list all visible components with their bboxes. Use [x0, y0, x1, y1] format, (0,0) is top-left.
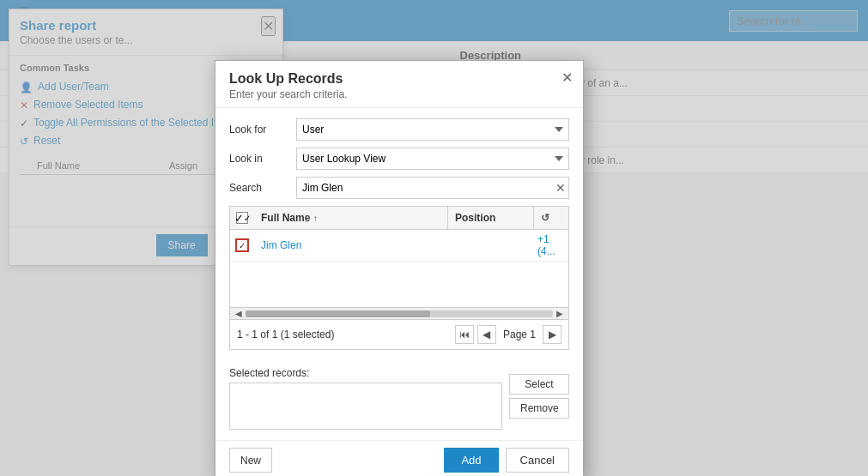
- result-checkbox[interactable]: ✓: [235, 238, 249, 252]
- select-button[interactable]: Select: [509, 374, 569, 395]
- look-for-row: Look for User: [229, 118, 569, 141]
- sort-asc-icon[interactable]: ↑: [313, 214, 318, 223]
- result-row-extra: +1 (4...: [534, 230, 568, 261]
- cancel-button[interactable]: Cancel: [506, 448, 569, 473]
- dialog-title: Look Up Records: [229, 71, 569, 87]
- scroll-thumb[interactable]: [246, 310, 430, 317]
- col-full-name-header: Full Name ↑: [254, 207, 448, 229]
- scroll-right-button[interactable]: ▶: [553, 309, 567, 318]
- add-button[interactable]: Add: [444, 448, 498, 473]
- pagination-controls: ⏮ ◀ Page 1 ▶: [455, 325, 561, 344]
- dialog-subtitle: Enter your search criteria.: [229, 88, 569, 100]
- results-header: ✓ Full Name ↑ Position ↺: [230, 207, 568, 230]
- select-all-results-checkbox[interactable]: ✓: [236, 212, 248, 224]
- look-in-select[interactable]: User Lookup View: [296, 148, 569, 170]
- col-position-header: Position: [448, 207, 534, 229]
- remove-button[interactable]: Remove: [509, 398, 569, 419]
- pagination-bar: 1 - 1 of 1 (1 selected) ⏮ ◀ Page 1 ▶: [230, 319, 568, 349]
- results-scroll-area[interactable]: ✓ Jim Glen +1 (4...: [230, 230, 568, 307]
- clear-search-button[interactable]: ✕: [555, 181, 566, 195]
- new-button[interactable]: New: [229, 448, 272, 473]
- horizontal-scrollbar[interactable]: ◀ ▶: [230, 307, 568, 319]
- look-in-row: Look in User Lookup View: [229, 148, 569, 170]
- selected-records-box: [229, 383, 502, 430]
- result-row-position: [448, 242, 534, 249]
- page-label: Page 1: [500, 328, 539, 340]
- selected-area: Selected records: Select Remove: [229, 359, 569, 430]
- result-row-check: ✓: [230, 235, 254, 256]
- dialog-close-button[interactable]: ✕: [561, 69, 573, 86]
- refresh-icon-cell: ↺: [534, 207, 568, 229]
- dialog-body: Look for User Look in User Lookup View S…: [215, 108, 583, 440]
- scroll-left-button[interactable]: ◀: [232, 309, 246, 318]
- search-input-wrap: ✕: [296, 177, 569, 199]
- refresh-icon[interactable]: ↺: [541, 212, 549, 224]
- selected-records-label: Selected records:: [229, 367, 502, 379]
- look-in-label: Look in: [229, 153, 289, 165]
- result-row: ✓ Jim Glen +1 (4...: [230, 230, 568, 262]
- side-buttons: Select Remove: [509, 359, 569, 419]
- pagination-info: 1 - 1 of 1 (1 selected): [237, 328, 334, 340]
- selected-records-section: Selected records:: [229, 359, 502, 430]
- checkmark: ✓: [239, 241, 246, 250]
- results-header-check: ✓: [230, 207, 254, 229]
- dialog-footer: New Add Cancel: [215, 440, 583, 476]
- result-row-name[interactable]: Jim Glen: [254, 236, 448, 255]
- dialog-header: Look Up Records Enter your search criter…: [215, 61, 583, 108]
- prev-page-button[interactable]: ◀: [477, 325, 496, 344]
- results-table: ✓ Full Name ↑ Position ↺ ✓: [229, 206, 569, 350]
- lookup-records-dialog: Look Up Records Enter your search criter…: [215, 60, 584, 476]
- search-label: Search: [229, 182, 289, 194]
- first-page-button[interactable]: ⏮: [455, 325, 474, 344]
- search-input[interactable]: [296, 177, 569, 199]
- scroll-track: [246, 310, 553, 317]
- look-for-label: Look for: [229, 124, 289, 136]
- next-page-button[interactable]: ▶: [543, 325, 561, 344]
- search-row: Search ✕: [229, 177, 569, 199]
- look-for-select[interactable]: User: [296, 118, 569, 141]
